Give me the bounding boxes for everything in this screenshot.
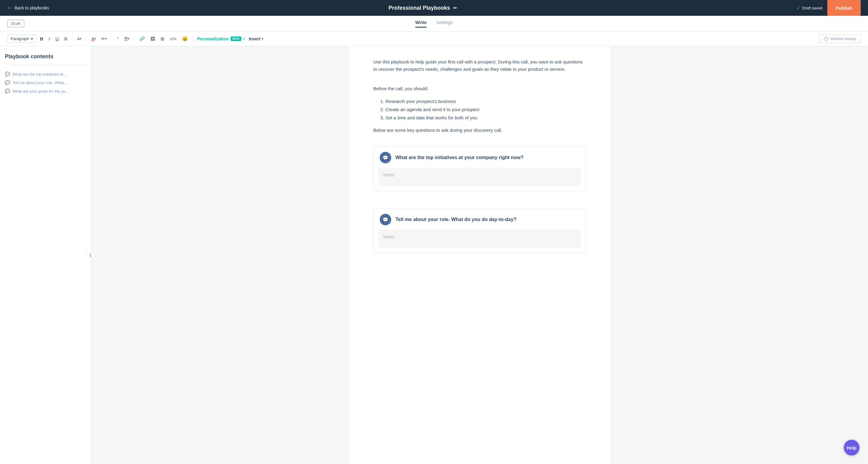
sidebar-item-label-2: Tell me about your role. What ... [12,81,68,85]
separator-2 [86,35,87,42]
sidebar-item-label-3: What are your goals for the ye... [12,89,69,93]
sidebar-item-label-1: What are the top initiatives at ... [12,72,68,77]
strikethrough-icon: S [64,36,67,41]
highlight-button[interactable]: ✏ ▾ [99,35,108,43]
insert-button[interactable]: Insert ▾ [249,36,263,41]
quote-button[interactable]: “ [115,35,120,42]
italic-button[interactable]: I [47,35,52,42]
list-icon: ≡ [78,36,80,41]
question-header-2: 💬 Tell me about your role. What do you d… [374,208,585,230]
bold-icon: B [40,36,43,41]
top-nav-right: ✓ Draft saved Publish [796,0,861,16]
link-icon: 🔗 [139,36,145,41]
notes-placeholder-2: Notes [383,234,395,239]
tab-settings[interactable]: Settings [436,20,453,28]
paragraph-label: Paragraph [11,36,29,41]
question-title-1: What are the top initiatives at your com… [396,155,524,160]
paragraph-select[interactable]: Paragraph ▾ [7,35,36,43]
playbook-title-area: Professional Playbooks ✏ [389,5,457,11]
toolbar: Paragraph ▾ B I U S ≡ ▾ A ▾ ✏ ▾ “ ☰ ▾ 🔗 … [0,32,868,46]
draft-badge[interactable]: Draft [7,20,24,27]
main-layout: Playbook contents 💬 What are the top ini… [0,46,868,464]
question-notes-2[interactable]: Notes [378,230,581,248]
table-icon: ⊞ [160,36,164,41]
chat-icon-2: 💬 [382,217,389,223]
highlight-icon: ✏ [101,36,105,41]
personalization-chevron-icon: ▾ [243,37,245,40]
chat-icon-1: 💬 [382,155,389,161]
sidebar-item-2[interactable]: 💬 Tell me about your role. What ... [5,78,86,87]
publish-button[interactable]: Publish [827,0,861,16]
table-button[interactable]: ⊞ [159,35,166,43]
separator-1 [72,35,72,42]
checkmark-icon: ✓ [796,5,800,11]
image-icon: 🖼 [151,36,155,41]
link-button[interactable]: 🔗 [137,35,147,43]
code-icon: </> [170,36,177,41]
new-badge: NEW [231,36,241,41]
list-button[interactable]: ≡ ▾ [75,35,84,42]
back-to-playbooks[interactable]: ← Back to playbooks [7,5,49,11]
insert-chevron-icon: ▾ [261,37,263,40]
separator-4 [134,35,134,42]
tabs-container: Write Settings [415,20,453,28]
edit-title-icon[interactable]: ✏ [453,5,457,11]
back-chevron-icon: ← [7,5,12,11]
quote-icon: “ [117,36,118,41]
emoji-icon: 😀 [182,36,188,41]
playbook-title: Professional Playbooks [389,5,450,11]
strikethrough-button[interactable]: S [63,35,69,42]
intro-paragraph: Use this playbook to help guide your fir… [373,58,586,73]
italic-icon: I [49,36,50,41]
spacer-1 [373,78,586,85]
font-color-icon: A [91,36,94,41]
secondary-nav: Draft Write Settings [0,16,868,32]
code-button[interactable]: </> [168,35,179,42]
insert-label: Insert [249,36,260,41]
align-button[interactable]: ☰ ▾ [122,35,131,43]
question-header-1: 💬 What are the top initiatives at your c… [374,146,585,168]
align-icon: ☰ [124,36,128,41]
sidebar-item-3[interactable]: 💬 What are your goals for the ye... [5,87,86,95]
version-history-label: Version history [830,36,856,41]
align-chevron-icon: ▾ [128,37,129,40]
spacer-2 [373,139,586,146]
image-button[interactable]: 🖼 [149,35,157,42]
draft-saved-indicator: ✓ Draft saved [796,5,822,11]
help-button[interactable]: Help [844,440,860,456]
question-icon-1: 💬 [5,72,10,77]
personalization-button[interactable]: Personalization NEW ▾ [197,36,245,41]
list-item-1: Research your prospect's business [385,97,586,105]
editor-area: Use this playbook to help guide your fir… [349,46,610,464]
font-color-chevron-icon: ▾ [94,37,96,40]
sidebar-item-1[interactable]: 💬 What are the top initiatives at ... [5,70,86,78]
sidebar: Playbook contents 💬 What are the top ini… [0,46,91,464]
question-icon-3: 💬 [5,89,10,93]
dropdown-chevron-icon: ▾ [31,36,33,41]
question-notes-1[interactable]: Notes [378,168,581,186]
separator-5 [193,35,193,42]
separator-3 [112,35,112,42]
question-icon-wrap-1: 💬 [380,152,391,163]
highlight-chevron-icon: ▾ [105,37,107,40]
personalization-label: Personalization [197,36,228,41]
font-color-button[interactable]: A ▾ [90,35,98,42]
question-icon-wrap-2: 💬 [380,214,391,225]
version-history-button[interactable]: 🕐 Version history [819,34,861,43]
list-item-3: Set a time and date that works for both … [385,114,586,122]
bold-button[interactable]: B [38,35,45,42]
spacer-3 [373,201,586,208]
question-card-1: 💬 What are the top initiatives at your c… [373,146,586,191]
back-label: Back to playbooks [14,5,49,10]
tab-write[interactable]: Write [415,20,426,28]
question-card-2: 💬 Tell me about your role. What do you d… [373,208,586,253]
emoji-button[interactable]: 😀 [180,35,190,43]
sidebar-divider [5,65,86,65]
question-icon-2: 💬 [5,80,10,85]
underline-button[interactable]: U [54,35,61,42]
sidebar-title: Playbook contents [5,53,86,60]
notes-placeholder-1: Notes [383,172,395,177]
sidebar-collapse-button[interactable]: ❮ [87,251,95,259]
key-questions-text: Below are some key questions to ask duri… [373,127,586,134]
list-chevron-icon: ▾ [80,37,81,40]
